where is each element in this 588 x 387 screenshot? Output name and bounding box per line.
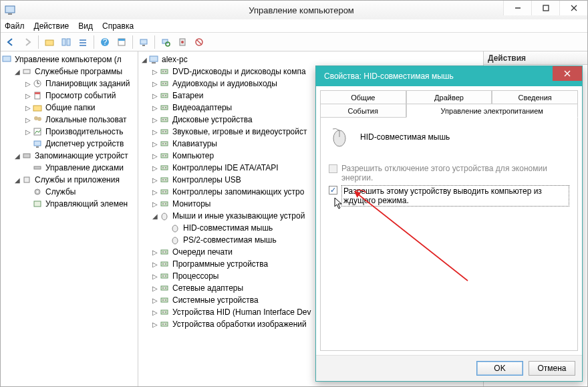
tab-power[interactable]: Управление электропитанием [406,104,578,118]
tree-group[interactable]: ◢Запоминающие устройст [1,150,138,162]
menu-help[interactable]: Справка [102,21,134,31]
tb-device-icon[interactable] [175,35,190,49]
forward-button[interactable] [20,35,35,49]
menu-action[interactable]: Действие [34,21,69,31]
device-icon [160,126,170,137]
tree-item[interactable]: Диспетчер устройств [1,138,138,150]
tree-item[interactable]: Управляющий элемен [1,198,138,210]
device-icon [160,66,170,77]
expand-icon[interactable]: ▷ [150,247,160,257]
expand-icon[interactable]: ▷ [150,139,160,148]
tb-props-icon[interactable] [114,35,129,49]
svg-rect-97 [161,310,168,314]
expand-icon[interactable]: ▷ [150,127,160,136]
tree-item[interactable]: ▷Общие папки [1,102,138,114]
collapse-icon[interactable]: ◢ [150,211,160,221]
expand-icon[interactable]: ▷ [150,283,160,293]
computer-icon [149,54,160,65]
svg-point-66 [165,155,166,156]
svg-rect-88 [161,274,168,278]
svg-point-102 [165,324,166,325]
tree-item[interactable]: ▷Просмотр событий [1,90,138,102]
svg-point-95 [162,299,164,301]
expand-icon[interactable]: ▷ [150,307,160,317]
tree-item[interactable]: Управление дисками [1,162,138,174]
tb-refresh-icon[interactable] [192,35,206,49]
device-root[interactable]: ◢alex-pc [138,53,483,66]
svg-rect-34 [36,146,39,148]
svg-point-47 [162,83,164,84]
scope-pane: Управление компьютером (л ◢Служебные про… [1,51,138,386]
device-icon [160,114,170,125]
svg-rect-52 [161,106,168,110]
tb-list-icon[interactable] [76,35,90,49]
tree-item[interactable]: ▷Локальные пользоват [1,114,138,126]
tree-item[interactable]: Службы [1,186,138,198]
tb-folder-icon[interactable] [42,35,57,49]
expand-icon[interactable]: ▷ [150,67,160,76]
dialog-close-button[interactable] [553,66,582,81]
svg-point-45 [165,71,166,72]
expand-icon[interactable]: ▷ [150,259,160,269]
expand-icon[interactable]: ▷ [150,175,160,184]
tree-group[interactable]: ◢Службы и приложения [1,174,138,186]
menu-view[interactable]: Вид [78,21,93,31]
close-button[interactable] [559,1,587,15]
svg-point-59 [162,131,164,132]
svg-point-81 [172,237,178,244]
expand-icon[interactable]: ▷ [150,187,160,197]
expand-icon[interactable]: ▷ [150,163,160,172]
tree-item[interactable]: ▷Производительность [1,126,138,138]
expand-icon[interactable]: ▷ [150,103,160,112]
expand-icon[interactable]: ▷ [150,199,160,209]
expand-icon[interactable]: ▷ [23,79,33,88]
tree-root[interactable]: Управление компьютером (л [1,53,138,66]
menubar: Файл Действие Вид Справка [1,19,587,33]
expand-icon[interactable]: ▷ [150,271,160,281]
tab-general[interactable]: Общие [320,90,406,104]
svg-rect-64 [161,154,168,158]
device-icon [160,186,170,197]
svg-point-51 [165,95,166,96]
tab-driver[interactable]: Драйвер [406,90,492,104]
svg-rect-6 [45,40,53,45]
tab-events[interactable]: События [320,104,406,118]
tree-item[interactable]: ▷Планировщик заданий [1,78,138,90]
svg-rect-58 [161,130,168,134]
svg-rect-15 [118,39,125,41]
back-button[interactable] [3,35,18,49]
expand-icon[interactable]: ▷ [150,79,160,88]
ok-button[interactable]: OK [476,361,523,376]
expand-icon[interactable]: ▷ [150,319,160,329]
minimize-button[interactable] [503,1,531,15]
svg-rect-43 [161,70,168,74]
collapse-icon[interactable]: ◢ [13,67,22,76]
checkbox-label: Разрешить этому устройству выводить комп… [341,185,569,207]
tb-panel-icon[interactable] [59,35,74,49]
svg-rect-41 [150,56,158,61]
menu-file[interactable]: Файл [5,21,25,31]
collapse-icon[interactable]: ◢ [140,55,149,64]
svg-rect-94 [161,298,168,302]
checkbox-allow-wake[interactable]: Разрешить этому устройству выводить комп… [329,185,569,207]
expand-icon[interactable]: ▷ [150,91,160,100]
maximize-button[interactable] [531,1,559,15]
svg-point-71 [162,179,164,180]
actions-header: Действия [484,51,587,65]
dialog-titlebar[interactable]: Свойства: HID-совместимая мышь [316,66,582,86]
checkbox-allow-off: Разрешить отключение этого устройства дл… [329,164,569,182]
tree-group[interactable]: ◢Служебные программы [1,66,138,78]
expand-icon[interactable]: ▷ [150,295,160,305]
tb-help-icon[interactable]: ? [98,35,112,49]
expand-icon[interactable]: ▷ [150,151,160,160]
svg-rect-16 [140,39,147,44]
tb-scan-icon[interactable] [158,35,173,49]
tb-computer-icon[interactable] [136,35,151,49]
cancel-button[interactable]: Отмена [529,361,575,376]
cursor-icon [334,197,343,211]
svg-rect-46 [161,82,168,86]
checkbox-icon[interactable] [329,186,337,195]
expand-icon[interactable]: ▷ [150,115,160,124]
svg-rect-8 [67,39,70,45]
tab-details[interactable]: Сведения [492,90,578,104]
